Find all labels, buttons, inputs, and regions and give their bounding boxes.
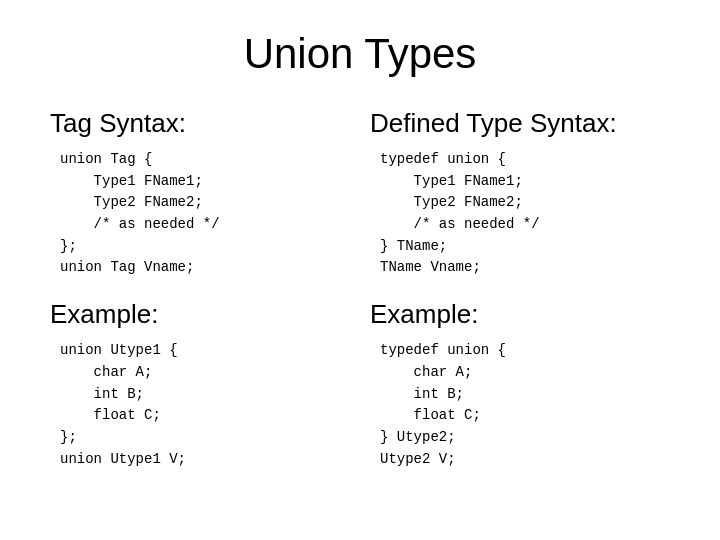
left-section2-code: union Utype1 { char A; int B; float C; }… [60, 340, 350, 470]
left-section1-code: union Tag { Type1 FName1; Type2 FName2; … [60, 149, 350, 279]
page: Union Types Tag Syntax: union Tag { Type… [0, 0, 720, 540]
left-column: Tag Syntax: union Tag { Type1 FName1; Ty… [40, 108, 360, 510]
columns-container: Tag Syntax: union Tag { Type1 FName1; Ty… [40, 108, 680, 510]
left-section1-title: Tag Syntax: [50, 108, 350, 139]
right-column: Defined Type Syntax: typedef union { Typ… [360, 108, 680, 510]
left-section2-title: Example: [50, 299, 350, 330]
right-section1-code: typedef union { Type1 FName1; Type2 FNam… [380, 149, 670, 279]
page-title: Union Types [40, 30, 680, 78]
right-section1-title: Defined Type Syntax: [370, 108, 670, 139]
right-section2-title: Example: [370, 299, 670, 330]
right-section2-code: typedef union { char A; int B; float C; … [380, 340, 670, 470]
